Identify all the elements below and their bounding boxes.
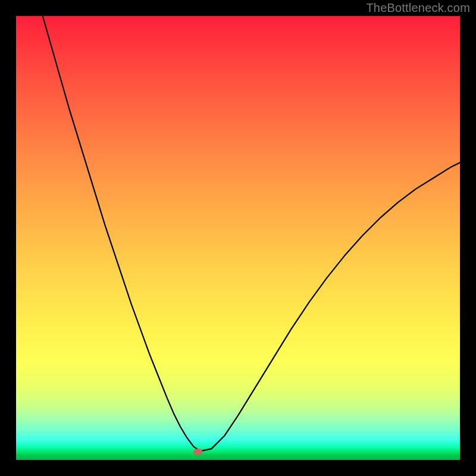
curve-svg — [16, 16, 460, 460]
plot-area — [16, 16, 460, 460]
watermark-text: TheBottleneck.com — [366, 1, 470, 15]
bottleneck-curve — [43, 16, 460, 451]
chart-frame: TheBottleneck.com — [0, 0, 476, 476]
optimal-marker — [193, 449, 203, 455]
